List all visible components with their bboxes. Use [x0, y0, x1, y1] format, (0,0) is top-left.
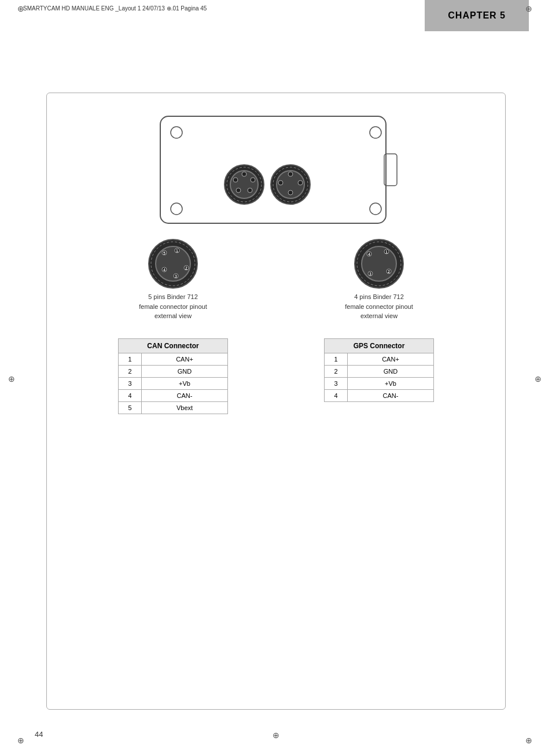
- chapter-title: CHAPTER 5: [448, 10, 506, 20]
- svg-point-18: [298, 180, 303, 185]
- table-row: 4 CAN-: [325, 389, 434, 401]
- svg-point-20: [278, 180, 283, 185]
- can-connector-diagram: 1 2 3 4 5 5 pins Binder 712 female conne…: [115, 238, 231, 321]
- table-row: 2 GND: [325, 365, 434, 377]
- svg-point-11: [248, 188, 252, 193]
- table-row: 1 CAN+: [325, 353, 434, 365]
- svg-point-22: [156, 246, 190, 281]
- tables-row: CAN Connector 1 CAN+ 2 GND 3 +Vb 4: [70, 338, 482, 414]
- pin-signal: GND: [348, 365, 434, 377]
- svg-text:3: 3: [175, 274, 177, 278]
- pin-number: 4: [325, 389, 348, 401]
- table-row: 3 +Vb: [325, 377, 434, 389]
- pin-number: 4: [119, 389, 142, 401]
- device-illustration: [143, 110, 409, 238]
- reg-mark-right: [535, 374, 544, 383]
- gps-table-title: GPS Connector: [325, 338, 434, 353]
- connector-diagrams: 1 2 3 4 5 5 pins Binder 712 female conne…: [70, 238, 482, 321]
- svg-point-19: [288, 190, 293, 195]
- pin-signal: CAN+: [142, 353, 228, 365]
- pin-number: 1: [119, 353, 142, 365]
- svg-text:2: 2: [388, 270, 390, 274]
- gps-connector-svg: 1 2 3 4: [353, 238, 405, 290]
- gps-connector-diagram: 1 2 3 4 4 pins Binder 712 female connect…: [321, 238, 437, 321]
- svg-rect-0: [160, 116, 386, 223]
- svg-text:2: 2: [185, 266, 187, 270]
- table-row: 5 Vbext: [119, 401, 228, 414]
- pin-number: 3: [119, 377, 142, 389]
- table-row: 3 +Vb: [119, 377, 228, 389]
- svg-point-13: [233, 178, 238, 182]
- can-connector-table: CAN Connector 1 CAN+ 2 GND 3 +Vb 4: [118, 338, 228, 414]
- pin-signal: GND: [142, 365, 228, 377]
- svg-point-35: [362, 246, 396, 281]
- reg-mark-top-left: [17, 3, 27, 13]
- svg-point-4: [370, 203, 381, 215]
- svg-point-1: [171, 127, 182, 138]
- can-connector-svg: 1 2 3 4 5: [147, 238, 199, 290]
- reg-mark-bottom-right: [525, 735, 535, 744]
- svg-point-17: [288, 172, 293, 176]
- reg-mark-bottom-left: [17, 735, 27, 744]
- svg-point-12: [236, 188, 241, 193]
- svg-text:5: 5: [163, 251, 165, 255]
- pin-signal: +Vb: [142, 377, 228, 389]
- table-row: 2 GND: [119, 365, 228, 377]
- svg-point-3: [171, 203, 182, 215]
- pin-number: 1: [325, 353, 348, 365]
- svg-text:1: 1: [385, 250, 388, 254]
- table-row: 4 CAN-: [119, 389, 228, 401]
- svg-text:3: 3: [369, 272, 371, 276]
- pin-signal: CAN-: [348, 389, 434, 401]
- gps-connector-caption: 4 pins Binder 712 female connector pinou…: [321, 292, 437, 321]
- svg-point-9: [242, 172, 246, 176]
- svg-point-2: [370, 127, 381, 138]
- pin-number: 2: [119, 365, 142, 377]
- table-row: 1 CAN+: [119, 353, 228, 365]
- reg-mark-top-right: [525, 3, 535, 13]
- gps-connector-table: GPS Connector 1 CAN+ 2 GND 3 +Vb 4: [324, 338, 434, 402]
- pin-number: 3: [325, 377, 348, 389]
- reg-mark-left: [8, 374, 17, 383]
- svg-text:1: 1: [176, 249, 178, 253]
- pin-number: 5: [119, 401, 142, 414]
- can-connector-caption: 5 pins Binder 712 female connector pinou…: [115, 292, 231, 321]
- reg-mark-bottom-center: ⊕: [273, 731, 279, 740]
- svg-point-10: [251, 178, 255, 182]
- svg-text:4: 4: [163, 268, 165, 272]
- chapter-badge: CHAPTER 5: [425, 0, 529, 31]
- svg-text:4: 4: [368, 252, 370, 256]
- pin-signal: CAN+: [348, 353, 434, 365]
- page-number: 44: [35, 730, 43, 739]
- header-text: SMARTYCAM HD MANUALE ENG _Layout 1 24/07…: [23, 5, 207, 13]
- main-content-box: 1 2 3 4 5 5 pins Binder 712 female conne…: [46, 93, 506, 710]
- can-table-title: CAN Connector: [119, 338, 228, 353]
- pin-signal: CAN-: [142, 389, 228, 401]
- pin-signal: +Vb: [348, 377, 434, 389]
- pin-signal: Vbext: [142, 401, 228, 414]
- pin-number: 2: [325, 365, 348, 377]
